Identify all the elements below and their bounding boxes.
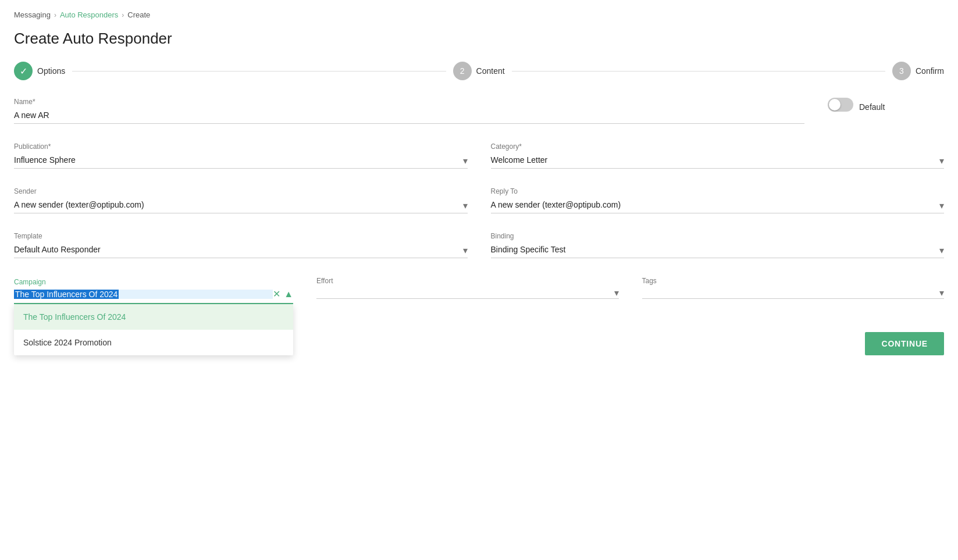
form-row-1: Name* Default <box>14 98 944 124</box>
breadcrumb-create: Create <box>127 10 150 19</box>
category-group: Category* Welcome Letter ▾ <box>491 142 945 169</box>
campaign-icons: ✕ ▲ <box>273 288 293 299</box>
page-title: Create Auto Responder <box>0 25 958 62</box>
breadcrumb: Messaging › Auto Responders › Create <box>0 0 958 25</box>
reply-to-group: Reply To A new sender (texter@optipub.co… <box>491 187 945 213</box>
form-row-4: Template Default Auto Responder ▾ Bindin… <box>14 232 944 258</box>
tags-label: Tags <box>642 277 945 285</box>
step-1-label: Options <box>37 66 65 76</box>
template-label: Template <box>14 232 468 240</box>
step-2-number: 2 <box>460 66 465 76</box>
sender-group: Sender A new sender (texter@optipub.com)… <box>14 187 468 213</box>
form-row-2: Publication* Influence Sphere ▾ Category… <box>14 142 944 169</box>
binding-value: Binding Specific Test <box>491 242 940 258</box>
campaign-clear-icon[interactable]: ✕ <box>273 288 280 299</box>
template-group: Template Default Auto Responder ▾ <box>14 232 468 258</box>
breadcrumb-sep-2: › <box>122 11 124 19</box>
stepper-connector-1 <box>72 71 446 72</box>
binding-select[interactable]: Binding Specific Test ▾ <box>491 242 945 258</box>
step-3-label: Confirm <box>916 66 944 76</box>
default-label: Default <box>859 102 885 112</box>
binding-group: Binding Binding Specific Test ▾ <box>491 232 945 258</box>
campaign-input-row[interactable]: The Top Influencers Of 2024 ✕ ▲ <box>14 286 293 304</box>
publication-value: Influence Sphere <box>14 153 463 168</box>
effort-select[interactable]: ▾ <box>316 287 619 299</box>
publication-arrow-icon[interactable]: ▾ <box>463 155 468 166</box>
template-select[interactable]: Default Auto Responder ▾ <box>14 242 468 258</box>
sender-label: Sender <box>14 187 468 195</box>
reply-to-arrow-icon[interactable]: ▾ <box>939 200 944 211</box>
breadcrumb-auto-responders[interactable]: Auto Responders <box>60 10 118 19</box>
tags-value <box>642 290 940 296</box>
category-arrow-icon[interactable]: ▾ <box>939 155 944 166</box>
publication-label: Publication* <box>14 142 468 151</box>
publication-group: Publication* Influence Sphere ▾ <box>14 142 468 169</box>
template-value: Default Auto Responder <box>14 242 463 258</box>
template-arrow-icon[interactable]: ▾ <box>463 245 468 256</box>
step-2-content[interactable]: 2 Content <box>446 62 512 80</box>
effort-arrow-icon[interactable]: ▾ <box>614 287 619 298</box>
publication-select[interactable]: Influence Sphere ▾ <box>14 153 468 169</box>
breadcrumb-sep-1: › <box>54 11 56 19</box>
tags-arrow-icon[interactable]: ▾ <box>939 287 944 298</box>
toggle-knob <box>829 99 841 110</box>
reply-to-label: Reply To <box>491 187 945 195</box>
tags-select[interactable]: ▾ <box>642 287 945 299</box>
effort-group: Effort ▾ <box>316 277 619 299</box>
campaign-dropdown-item-0[interactable]: The Top Influencers Of 2024 <box>14 304 293 330</box>
toggle-wrapper: Default <box>828 98 944 115</box>
continue-button[interactable]: CONTINUE <box>865 332 944 355</box>
stepper-connector-2 <box>512 71 885 72</box>
step-3-number: 3 <box>899 66 904 76</box>
binding-label: Binding <box>491 232 945 240</box>
form-row-3: Sender A new sender (texter@optipub.com)… <box>14 187 944 213</box>
reply-to-select[interactable]: A new sender (texter@optipub.com) ▾ <box>491 198 945 213</box>
effort-label: Effort <box>316 277 619 285</box>
campaign-label: Campaign <box>14 278 46 286</box>
sender-select[interactable]: A new sender (texter@optipub.com) ▾ <box>14 198 468 213</box>
sender-value: A new sender (texter@optipub.com) <box>14 198 463 213</box>
form-row-5: Campaign The Top Influencers Of 2024 ✕ ▲… <box>14 277 944 304</box>
step-3-circle: 3 <box>892 62 911 80</box>
step-1-circle: ✓ <box>14 62 33 80</box>
campaign-group: Campaign The Top Influencers Of 2024 ✕ ▲… <box>14 277 293 304</box>
sender-arrow-icon[interactable]: ▾ <box>463 200 468 211</box>
stepper: ✓ Options 2 Content 3 Confirm <box>0 62 958 98</box>
effort-value <box>316 290 614 296</box>
category-select[interactable]: Welcome Letter ▾ <box>491 153 945 169</box>
page-wrapper: Messaging › Auto Responders › Create Cre… <box>0 0 958 560</box>
step-2-label: Content <box>476 66 505 76</box>
name-label: Name* <box>14 98 804 106</box>
form-area: Name* Default Publication* Influence Sph… <box>0 98 958 304</box>
breadcrumb-messaging[interactable]: Messaging <box>14 10 51 19</box>
binding-arrow-icon[interactable]: ▾ <box>939 245 944 256</box>
name-input[interactable] <box>14 108 804 124</box>
tags-group: Tags ▾ <box>642 277 945 299</box>
campaign-dropdown: The Top Influencers Of 2024 Solstice 202… <box>14 304 293 355</box>
step-1-options[interactable]: ✓ Options <box>14 62 72 80</box>
default-group: Default <box>828 98 944 124</box>
category-value: Welcome Letter <box>491 153 940 168</box>
campaign-arrow-icon[interactable]: ▲ <box>284 289 293 299</box>
reply-to-value: A new sender (texter@optipub.com) <box>491 198 940 213</box>
step-2-circle: 2 <box>453 62 472 80</box>
default-toggle[interactable] <box>828 98 853 112</box>
check-icon: ✓ <box>20 66 27 77</box>
name-group: Name* <box>14 98 804 124</box>
campaign-dropdown-item-1[interactable]: Solstice 2024 Promotion <box>14 330 293 355</box>
campaign-selected-text: The Top Influencers Of 2024 <box>14 290 119 299</box>
category-label: Category* <box>491 142 945 151</box>
campaign-input-value: The Top Influencers Of 2024 <box>14 290 273 299</box>
step-3-confirm[interactable]: 3 Confirm <box>885 62 944 80</box>
